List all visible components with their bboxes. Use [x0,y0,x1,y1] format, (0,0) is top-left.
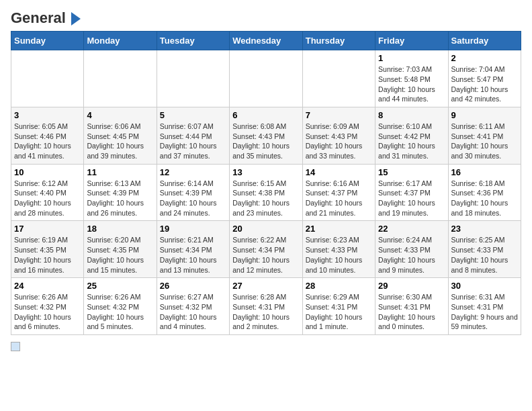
calendar-week-row: 10Sunrise: 6:12 AM Sunset: 4:40 PM Dayli… [11,164,521,221]
day-info: Sunrise: 6:11 AM Sunset: 4:41 PM Dayligh… [451,122,518,161]
calendar-cell: 10Sunrise: 6:12 AM Sunset: 4:40 PM Dayli… [11,164,84,221]
day-number: 30 [451,281,518,291]
day-number: 5 [160,110,226,120]
day-info: Sunrise: 6:30 AM Sunset: 4:31 PM Dayligh… [378,292,445,332]
day-number: 14 [306,167,372,177]
calendar-cell: 21Sunrise: 6:23 AM Sunset: 4:33 PM Dayli… [302,221,375,278]
day-number: 17 [14,224,81,234]
day-info: Sunrise: 6:12 AM Sunset: 4:40 PM Dayligh… [14,179,81,218]
day-info: Sunrise: 6:14 AM Sunset: 4:39 PM Dayligh… [160,179,226,218]
day-number: 3 [14,110,81,120]
calendar-cell [157,50,229,107]
col-header-friday: Friday [375,32,448,50]
day-number: 28 [306,281,372,291]
day-number: 27 [232,281,299,291]
col-header-sunday: Sunday [11,32,84,50]
calendar-cell: 9Sunrise: 6:11 AM Sunset: 4:41 PM Daylig… [448,107,521,164]
calendar-cell: 17Sunrise: 6:19 AM Sunset: 4:35 PM Dayli… [11,221,84,278]
calendar-cell: 28Sunrise: 6:29 AM Sunset: 4:31 PM Dayli… [302,278,375,335]
col-header-tuesday: Tuesday [157,32,229,50]
day-info: Sunrise: 6:06 AM Sunset: 4:45 PM Dayligh… [87,122,153,161]
day-number: 29 [378,281,445,291]
day-info: Sunrise: 6:24 AM Sunset: 4:33 PM Dayligh… [378,235,445,275]
calendar-cell: 25Sunrise: 6:26 AM Sunset: 4:32 PM Dayli… [84,278,157,335]
calendar-cell: 16Sunrise: 6:18 AM Sunset: 4:36 PM Dayli… [448,164,521,221]
day-info: Sunrise: 6:09 AM Sunset: 4:43 PM Dayligh… [306,122,372,161]
calendar-cell: 5Sunrise: 6:07 AM Sunset: 4:44 PM Daylig… [157,107,229,164]
day-number: 13 [232,167,299,177]
day-number: 12 [160,167,226,177]
day-number: 22 [378,224,445,234]
day-info: Sunrise: 6:20 AM Sunset: 4:35 PM Dayligh… [87,235,153,275]
calendar-cell: 18Sunrise: 6:20 AM Sunset: 4:35 PM Dayli… [84,221,157,278]
calendar-week-row: 24Sunrise: 6:26 AM Sunset: 4:32 PM Dayli… [11,278,521,335]
day-info: Sunrise: 6:23 AM Sunset: 4:33 PM Dayligh… [306,235,372,275]
day-number: 18 [87,224,153,234]
calendar-header-row: SundayMondayTuesdayWednesdayThursdayFrid… [11,32,521,50]
calendar-cell: 23Sunrise: 6:25 AM Sunset: 4:33 PM Dayli… [448,221,521,278]
day-info: Sunrise: 6:28 AM Sunset: 4:31 PM Dayligh… [232,292,299,332]
calendar-cell: 13Sunrise: 6:15 AM Sunset: 4:38 PM Dayli… [230,164,302,221]
day-number: 16 [451,167,518,177]
calendar-table: SundayMondayTuesdayWednesdayThursdayFrid… [11,31,521,335]
calendar-cell [84,50,157,107]
day-info: Sunrise: 6:22 AM Sunset: 4:34 PM Dayligh… [232,235,299,275]
day-info: Sunrise: 6:15 AM Sunset: 4:38 PM Dayligh… [232,179,299,218]
logo: General [11,11,81,24]
day-number: 8 [378,110,445,120]
day-info: Sunrise: 6:26 AM Sunset: 4:32 PM Dayligh… [87,292,153,332]
calendar-cell: 29Sunrise: 6:30 AM Sunset: 4:31 PM Dayli… [375,278,448,335]
day-number: 9 [451,110,518,120]
calendar-cell: 24Sunrise: 6:26 AM Sunset: 4:32 PM Dayli… [11,278,84,335]
calendar-week-row: 3Sunrise: 6:05 AM Sunset: 4:46 PM Daylig… [11,107,521,164]
calendar-cell: 4Sunrise: 6:06 AM Sunset: 4:45 PM Daylig… [84,107,157,164]
day-info: Sunrise: 6:21 AM Sunset: 4:34 PM Dayligh… [160,235,226,275]
calendar-cell: 15Sunrise: 6:17 AM Sunset: 4:37 PM Dayli… [375,164,448,221]
day-info: Sunrise: 6:08 AM Sunset: 4:43 PM Dayligh… [232,122,299,161]
day-info: Sunrise: 6:27 AM Sunset: 4:32 PM Dayligh… [160,292,226,332]
col-header-wednesday: Wednesday [230,32,302,50]
day-info: Sunrise: 6:07 AM Sunset: 4:44 PM Dayligh… [160,122,226,161]
calendar-cell: 19Sunrise: 6:21 AM Sunset: 4:34 PM Dayli… [157,221,229,278]
day-number: 15 [378,167,445,177]
day-info: Sunrise: 6:29 AM Sunset: 4:31 PM Dayligh… [306,292,372,332]
calendar-week-row: 1Sunrise: 7:03 AM Sunset: 5:48 PM Daylig… [11,50,521,107]
day-number: 7 [306,110,372,120]
day-number: 2 [451,53,518,63]
day-info: Sunrise: 6:31 AM Sunset: 4:31 PM Dayligh… [451,292,518,332]
legend-box-icon [11,342,20,351]
day-number: 21 [306,224,372,234]
day-info: Sunrise: 6:25 AM Sunset: 4:33 PM Dayligh… [451,235,518,275]
day-info: Sunrise: 6:17 AM Sunset: 4:37 PM Dayligh… [378,179,445,218]
day-info: Sunrise: 7:04 AM Sunset: 5:47 PM Dayligh… [451,64,518,104]
calendar-cell: 2Sunrise: 7:04 AM Sunset: 5:47 PM Daylig… [448,50,521,107]
day-info: Sunrise: 7:03 AM Sunset: 5:48 PM Dayligh… [378,64,445,104]
calendar-week-row: 17Sunrise: 6:19 AM Sunset: 4:35 PM Dayli… [11,221,521,278]
col-header-monday: Monday [84,32,157,50]
day-info: Sunrise: 6:13 AM Sunset: 4:39 PM Dayligh… [87,179,153,218]
day-number: 26 [160,281,226,291]
calendar-cell: 12Sunrise: 6:14 AM Sunset: 4:39 PM Dayli… [157,164,229,221]
calendar-cell: 14Sunrise: 6:16 AM Sunset: 4:37 PM Dayli… [302,164,375,221]
calendar-cell: 6Sunrise: 6:08 AM Sunset: 4:43 PM Daylig… [230,107,302,164]
calendar-cell: 3Sunrise: 6:05 AM Sunset: 4:46 PM Daylig… [11,107,84,164]
day-number: 11 [87,167,153,177]
day-number: 24 [14,281,81,291]
day-number: 1 [378,53,445,63]
day-number: 20 [232,224,299,234]
day-number: 4 [87,110,153,120]
calendar-cell: 11Sunrise: 6:13 AM Sunset: 4:39 PM Dayli… [84,164,157,221]
day-info: Sunrise: 6:05 AM Sunset: 4:46 PM Dayligh… [14,122,81,161]
calendar-cell [230,50,302,107]
calendar-cell [11,50,84,107]
page-header: General [11,11,521,24]
calendar-cell: 1Sunrise: 7:03 AM Sunset: 5:48 PM Daylig… [375,50,448,107]
col-header-thursday: Thursday [302,32,375,50]
legend [11,342,521,351]
calendar-cell: 8Sunrise: 6:10 AM Sunset: 4:42 PM Daylig… [375,107,448,164]
calendar-cell: 30Sunrise: 6:31 AM Sunset: 4:31 PM Dayli… [448,278,521,335]
day-number: 25 [87,281,153,291]
day-info: Sunrise: 6:18 AM Sunset: 4:36 PM Dayligh… [451,179,518,218]
calendar-cell: 22Sunrise: 6:24 AM Sunset: 4:33 PM Dayli… [375,221,448,278]
calendar-cell: 7Sunrise: 6:09 AM Sunset: 4:43 PM Daylig… [302,107,375,164]
